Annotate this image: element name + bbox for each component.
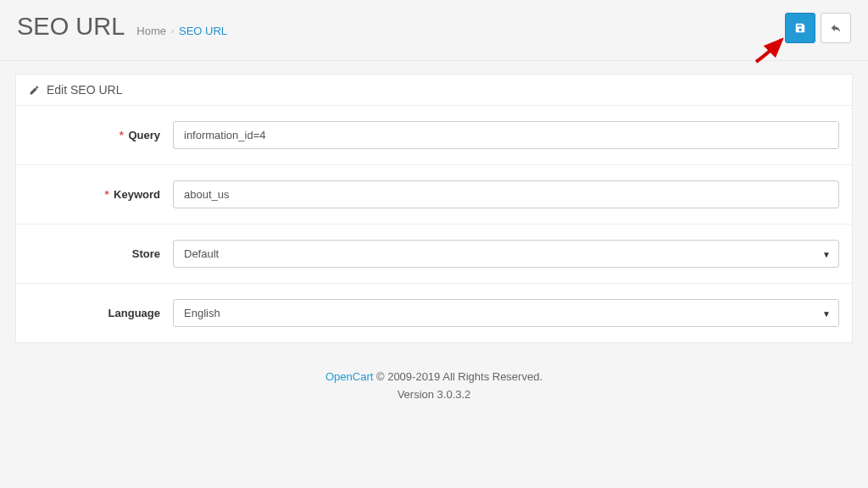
version-text: Version 3.0.3.2 <box>15 386 853 404</box>
copyright-text: © 2009-2019 All Rights Reserved. <box>373 370 542 383</box>
form-group-query: * Query <box>16 106 852 165</box>
store-label: Store <box>29 247 173 260</box>
form-group-keyword: * Keyword <box>16 165 852 225</box>
language-label: Language <box>29 307 173 319</box>
panel: Edit SEO URL * Query * Keyword <box>15 74 853 343</box>
store-select-wrap: Default ▼ <box>173 240 839 268</box>
form-group-language: Language English ▼ <box>16 284 852 342</box>
panel-heading: Edit SEO URL <box>16 75 852 106</box>
cancel-button[interactable] <box>821 13 851 43</box>
page-title: SEO URL <box>17 13 125 41</box>
keyword-input[interactable] <box>173 180 839 208</box>
page-header-actions <box>785 13 851 43</box>
chevron-right-icon: › <box>171 27 174 36</box>
required-marker: * <box>104 188 108 201</box>
save-button[interactable] <box>785 13 815 43</box>
save-icon <box>794 22 806 34</box>
keyword-label-text: Keyword <box>114 188 160 201</box>
query-input[interactable] <box>173 121 839 149</box>
footer: OpenCart © 2009-2019 All Rights Reserved… <box>15 343 853 413</box>
reply-icon <box>830 22 842 34</box>
form-group-store: Store Default ▼ <box>16 225 852 284</box>
store-select[interactable]: Default <box>173 240 839 268</box>
store-label-text: Store <box>132 247 160 260</box>
keyword-input-wrap <box>173 180 839 208</box>
pencil-icon <box>29 85 40 96</box>
page-header: SEO URL Home › SEO URL <box>0 0 868 61</box>
opencart-link[interactable]: OpenCart <box>326 370 373 383</box>
breadcrumb-seo-url[interactable]: SEO URL <box>179 25 227 37</box>
query-label: * Query <box>29 129 173 141</box>
language-label-text: Language <box>108 307 160 319</box>
query-label-text: Query <box>128 129 160 141</box>
breadcrumb-home[interactable]: Home <box>136 25 166 37</box>
page-header-left: SEO URL Home › SEO URL <box>17 13 227 41</box>
language-select[interactable]: English <box>173 299 839 327</box>
keyword-label: * Keyword <box>29 188 173 201</box>
language-select-wrap: English ▼ <box>173 299 839 327</box>
panel-heading-text: Edit SEO URL <box>47 83 122 97</box>
query-input-wrap <box>173 121 839 149</box>
breadcrumb: Home › SEO URL <box>136 25 227 37</box>
content: Edit SEO URL * Query * Keyword <box>0 61 868 425</box>
panel-body: * Query * Keyword Store <box>16 106 852 342</box>
required-marker: * <box>120 129 124 141</box>
